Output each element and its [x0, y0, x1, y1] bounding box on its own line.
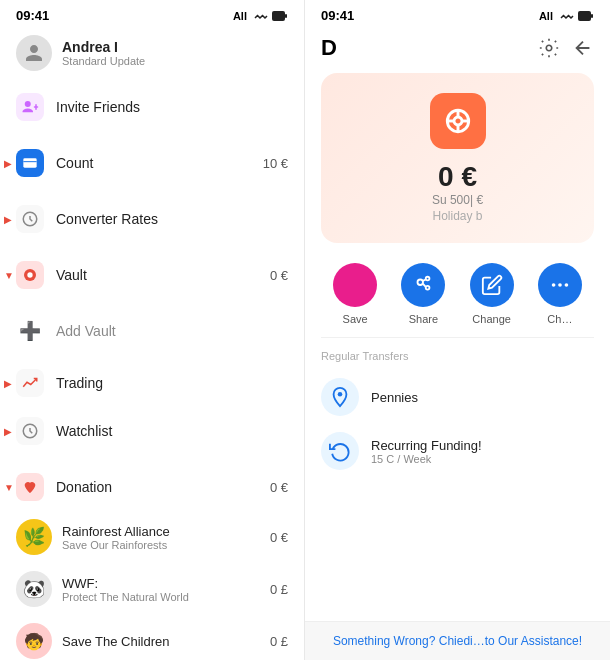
other-label: Ch… — [547, 313, 572, 325]
wwf-name: WWF: — [62, 576, 260, 591]
svg-rect-1 — [285, 14, 287, 18]
vault-nav-icon — [16, 261, 44, 289]
right-panel: 09:41 All D 0 € Su 500| € Holiday b Sa — [305, 0, 610, 660]
right-title: D — [321, 35, 526, 61]
rainforest-name: Rainforest Alliance — [62, 524, 260, 539]
svg-point-29 — [552, 283, 556, 287]
nav-value-vault: 0 € — [270, 268, 288, 283]
nav-item-trading[interactable]: ▶ Trading — [0, 363, 304, 407]
action-other[interactable]: Ch… — [538, 263, 582, 325]
svg-rect-0 — [272, 11, 285, 21]
rainforest-icon: 🌿 — [16, 519, 52, 555]
pennies-icon — [321, 378, 359, 416]
rainforest-info: Rainforest Alliance Save Our Rainforests — [62, 524, 260, 551]
save-children-value: 0 £ — [270, 634, 288, 649]
avatar — [16, 35, 52, 71]
chevron-donation: ▼ — [4, 482, 14, 493]
action-share[interactable]: Share — [401, 263, 445, 325]
svg-rect-15 — [578, 11, 591, 21]
nav-item-count[interactable]: ▶ Count 10 € — [0, 139, 304, 187]
change-label: Change — [472, 313, 511, 325]
save-label: Save — [343, 313, 368, 325]
save-children-icon: 🧒 — [16, 623, 52, 659]
nav-item-add-vault[interactable]: ➕ Add Vault — [0, 307, 304, 355]
wwf-value: 0 £ — [270, 582, 288, 597]
share-label: Share — [409, 313, 438, 325]
nav-item-invite[interactable]: Invite Friends — [0, 83, 304, 131]
nav-item-vault[interactable]: ▼ Vault 0 € — [0, 251, 304, 299]
transfer-item-recurring[interactable]: Recurring Funding! 15 C / Week — [305, 424, 610, 478]
user-subtitle: Standard Update — [62, 55, 145, 67]
wwf-icon: 🐼 — [16, 571, 52, 607]
svg-line-27 — [423, 280, 426, 281]
nav-label-add-vault: Add Vault — [56, 323, 288, 339]
svg-point-32 — [338, 392, 343, 397]
action-row: Save Share Change Ch… — [305, 255, 610, 337]
settings-button[interactable] — [538, 37, 560, 59]
donation-icon — [16, 473, 44, 501]
back-button[interactable] — [572, 37, 594, 59]
svg-point-26 — [426, 286, 430, 290]
save-children-name: Save The Children — [62, 634, 260, 649]
svg-point-24 — [418, 280, 424, 286]
status-bar-right: 09:41 All — [305, 0, 610, 27]
svg-point-31 — [564, 283, 568, 287]
status-icons-right: All — [539, 10, 594, 22]
nav-value-donation: 0 € — [270, 480, 288, 495]
svg-point-19 — [454, 117, 462, 125]
donation-item-save-children[interactable]: 🧒 Save The Children 0 £ — [0, 615, 304, 660]
nav-label-trading: Trading — [56, 375, 288, 391]
rainforest-sub: Save Our Rainforests — [62, 539, 260, 551]
vault-amount: 0 € — [438, 161, 477, 193]
donation-item-rainforest[interactable]: 🌿 Rainforest Alliance Save Our Rainfores… — [0, 511, 304, 563]
nav-item-converter[interactable]: ▶ Converter Rates — [0, 195, 304, 243]
svg-point-6 — [27, 272, 32, 277]
action-save[interactable]: Save — [333, 263, 377, 325]
converter-icon — [16, 205, 44, 233]
svg-rect-3 — [23, 158, 36, 167]
time-left: 09:41 — [16, 8, 49, 23]
svg-point-25 — [426, 277, 430, 281]
svg-point-2 — [25, 101, 31, 107]
recurring-sub: 15 C / Week — [371, 453, 594, 465]
nav-label-count: Count — [56, 155, 263, 171]
wwf-sub: Protect The Natural World — [62, 591, 260, 603]
vault-sub: Su 500| € — [432, 193, 483, 207]
recurring-icon — [321, 432, 359, 470]
user-header[interactable]: Andrea I Standard Update — [0, 27, 304, 83]
watchlist-icon — [16, 417, 44, 445]
chevron-count: ▶ — [4, 158, 12, 169]
chevron-trading: ▶ — [4, 378, 12, 389]
user-name: Andrea I — [62, 39, 145, 55]
svg-point-30 — [558, 283, 562, 287]
share-circle — [401, 263, 445, 307]
vault-name: Holiday b — [432, 209, 482, 223]
time-right: 09:41 — [321, 8, 354, 23]
nav-item-watchlist[interactable]: ▶ Watchlist — [0, 407, 304, 455]
svg-point-17 — [546, 45, 552, 51]
action-change[interactable]: Change — [470, 263, 514, 325]
save-children-info: Save The Children — [62, 634, 260, 649]
left-panel: 09:41 All Andrea I Standard Update Invit… — [0, 0, 305, 660]
support-text: Something Wrong? Chiedi…to Our Assistanc… — [333, 634, 582, 648]
status-bar-left: 09:41 All — [0, 0, 304, 27]
separator — [321, 337, 594, 338]
donation-item-wwf[interactable]: 🐼 WWF: Protect The Natural World 0 £ — [0, 563, 304, 615]
nav-item-donation[interactable]: ▼ Donation 0 € — [0, 463, 304, 511]
change-circle — [470, 263, 514, 307]
svg-rect-16 — [591, 14, 593, 18]
nav-label-invite: Invite Friends — [56, 99, 288, 115]
chevron-converter: ▶ — [4, 214, 12, 225]
pennies-info: Pennies — [371, 390, 594, 405]
chevron-vault: ▼ — [4, 270, 14, 281]
recurring-name: Recurring Funding! — [371, 438, 594, 453]
rainforest-value: 0 € — [270, 530, 288, 545]
user-info: Andrea I Standard Update — [62, 39, 145, 67]
status-icons-left: All — [233, 10, 288, 22]
support-banner[interactable]: Something Wrong? Chiedi…to Our Assistanc… — [305, 621, 610, 660]
nav-label-vault: Vault — [56, 267, 270, 283]
transfer-item-pennies[interactable]: Pennies — [305, 370, 610, 424]
vault-hero: 0 € Su 500| € Holiday b — [321, 73, 594, 243]
right-header: D — [305, 27, 610, 73]
other-circle — [538, 263, 582, 307]
